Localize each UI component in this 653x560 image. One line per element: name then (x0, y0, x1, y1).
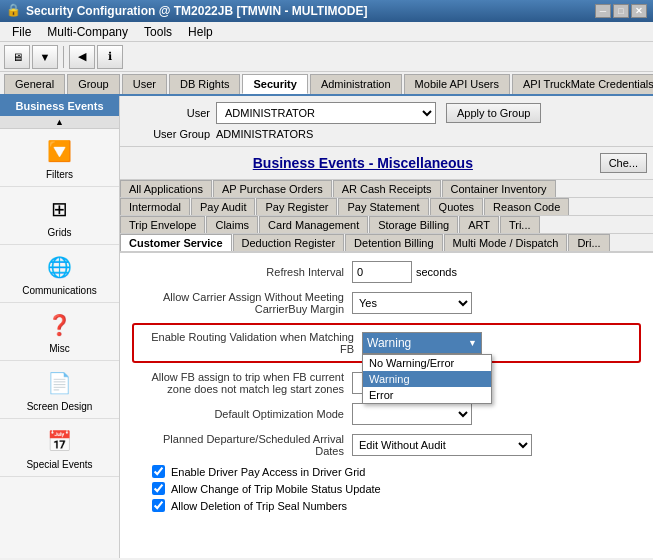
sidebar-item-screen-design[interactable]: 📄 Screen Design (0, 361, 119, 419)
tab-db-rights[interactable]: DB Rights (169, 74, 241, 94)
carrier-assign-row: Allow Carrier Assign Without Meeting Car… (132, 291, 641, 315)
sidebar-label-filters: Filters (46, 169, 73, 180)
checkbox-seal-numbers-label: Allow Deletion of Trip Seal Numbers (171, 500, 347, 512)
maximize-button[interactable]: □ (613, 4, 629, 18)
be-heading: Business Events - Miscellaneous Che... (120, 147, 653, 180)
subtab-ap-purchase-orders[interactable]: AP Purchase Orders (213, 180, 332, 197)
main-tabs: General Group User DB Rights Security Ad… (0, 72, 653, 96)
toolbar-back-btn[interactable]: ◀ (69, 45, 95, 69)
subtab-detention-billing[interactable]: Detention Billing (345, 234, 443, 251)
option-error[interactable]: Error (363, 387, 491, 403)
carrier-assign-select[interactable]: Yes No (352, 292, 472, 314)
dropdown-arrow-icon: ▼ (468, 338, 477, 348)
subtab-card-management[interactable]: Card Management (259, 216, 368, 233)
subtab-tri[interactable]: Tri... (500, 216, 540, 233)
subtab-deduction-register[interactable]: Deduction Register (233, 234, 345, 251)
sidebar-item-grids[interactable]: ⊞ Grids (0, 187, 119, 245)
sidebar-item-filters[interactable]: 🔽 Filters (0, 129, 119, 187)
check-button[interactable]: Che... (600, 153, 647, 173)
checkbox-row-2: Allow Change of Trip Mobile Status Updat… (132, 482, 641, 495)
option-no-warning[interactable]: No Warning/Error (363, 355, 491, 371)
toolbar-info-btn[interactable]: ℹ (97, 45, 123, 69)
subtab-storage-billing[interactable]: Storage Billing (369, 216, 458, 233)
sidebar-scroll-up[interactable]: ▲ (0, 116, 119, 129)
subtabs-row-2: Intermodal Pay Audit Pay Register Pay St… (120, 198, 653, 216)
option-warning[interactable]: Warning (363, 371, 491, 387)
sidebar-header: Business Events (0, 96, 119, 116)
sidebar-label-screen-design: Screen Design (27, 401, 93, 412)
subtab-container-inventory[interactable]: Container Inventory (442, 180, 556, 197)
subtab-art[interactable]: ART (459, 216, 499, 233)
tab-administration[interactable]: Administration (310, 74, 402, 94)
menu-tools[interactable]: Tools (136, 23, 180, 41)
refresh-unit: seconds (416, 266, 457, 278)
sidebar: Business Events ▲ 🔽 Filters ⊞ Grids 🌐 Co… (0, 96, 120, 558)
toolbar-dropdown-btn[interactable]: ▼ (32, 45, 58, 69)
checkbox-seal-numbers[interactable] (152, 499, 165, 512)
routing-validation-label: Enable Routing Validation when Matching … (142, 331, 362, 355)
tab-group[interactable]: Group (67, 74, 120, 94)
subtab-quotes[interactable]: Quotes (430, 198, 483, 215)
checkbox-trip-mobile[interactable] (152, 482, 165, 495)
subtab-multi-mode[interactable]: Multi Mode / Dispatch (444, 234, 568, 251)
apply-to-group-button[interactable]: Apply to Group (446, 103, 541, 123)
be-title: Business Events - Miscellaneous (126, 155, 600, 171)
subtab-intermodal[interactable]: Intermodal (120, 198, 190, 215)
close-button[interactable]: ✕ (631, 4, 647, 18)
subtab-pay-statement[interactable]: Pay Statement (338, 198, 428, 215)
subtab-customer-service[interactable]: Customer Service (120, 234, 232, 251)
checkbox-row-3: Allow Deletion of Trip Seal Numbers (132, 499, 641, 512)
user-label: User (130, 107, 210, 119)
subtab-pay-register[interactable]: Pay Register (256, 198, 337, 215)
sidebar-label-special-events: Special Events (26, 459, 92, 470)
subtab-ar-cash-receipts[interactable]: AR Cash Receipts (333, 180, 441, 197)
form-area: Refresh Interval seconds Allow Carrier A… (120, 253, 653, 558)
refresh-interval-row: Refresh Interval seconds (132, 261, 641, 283)
subtab-claims[interactable]: Claims (206, 216, 258, 233)
subtabs-section: All Applications AP Purchase Orders AR C… (120, 180, 653, 253)
default-opt-row: Default Optimization Mode (132, 403, 641, 425)
window-controls[interactable]: ─ □ ✕ (595, 4, 647, 18)
sidebar-item-communications[interactable]: 🌐 Communications (0, 245, 119, 303)
sidebar-item-special-events[interactable]: 📅 Special Events (0, 419, 119, 477)
minimize-button[interactable]: ─ (595, 4, 611, 18)
checkbox-driver-pay-label: Enable Driver Pay Access in Driver Grid (171, 466, 365, 478)
screen-design-icon: 📄 (44, 367, 76, 399)
toolbar-screen-btn[interactable]: 🖥 (4, 45, 30, 69)
subtab-pay-audit[interactable]: Pay Audit (191, 198, 255, 215)
tab-mobile-api[interactable]: Mobile API Users (404, 74, 510, 94)
default-opt-select[interactable] (352, 403, 472, 425)
planned-departure-label: Planned Departure/Scheduled Arrival Date… (132, 433, 352, 457)
misc-icon: ❓ (44, 309, 76, 341)
subtab-reason-code[interactable]: Reason Code (484, 198, 569, 215)
user-select[interactable]: ADMINISTRATOR (216, 102, 436, 124)
tab-general[interactable]: General (4, 74, 65, 94)
sidebar-label-communications: Communications (22, 285, 96, 296)
tab-security[interactable]: Security (242, 74, 307, 94)
tab-api-credentials[interactable]: API TruckMate Credentials (512, 74, 653, 94)
sidebar-item-misc[interactable]: ❓ Misc (0, 303, 119, 361)
user-group-row: User Group ADMINISTRATORS (130, 128, 643, 140)
sidebar-label-misc: Misc (49, 343, 70, 354)
subtabs-row-3: Trip Envelope Claims Card Management Sto… (120, 216, 653, 234)
refresh-interval-input[interactable] (352, 261, 412, 283)
checkbox-driver-pay[interactable] (152, 465, 165, 478)
tab-user[interactable]: User (122, 74, 167, 94)
checkbox-trip-mobile-label: Allow Change of Trip Mobile Status Updat… (171, 483, 381, 495)
menu-multi-company[interactable]: Multi-Company (39, 23, 136, 41)
planned-departure-select[interactable]: Edit Without Audit (352, 434, 532, 456)
default-opt-label: Default Optimization Mode (132, 408, 352, 420)
toolbar: 🖥 ▼ ◀ ℹ (0, 42, 653, 72)
subtab-dri[interactable]: Dri... (568, 234, 609, 251)
special-events-icon: 📅 (44, 425, 76, 457)
checkbox-row-1: Enable Driver Pay Access in Driver Grid (132, 465, 641, 478)
subtab-all-applications[interactable]: All Applications (120, 180, 212, 197)
menu-file[interactable]: File (4, 23, 39, 41)
menu-help[interactable]: Help (180, 23, 221, 41)
subtab-trip-envelope[interactable]: Trip Envelope (120, 216, 205, 233)
subtabs-row-4: Customer Service Deduction Register Dete… (120, 234, 653, 252)
routing-validation-selected[interactable]: Warning ▼ (362, 332, 482, 354)
user-group-section: User ADMINISTRATOR Apply to Group User G… (120, 96, 653, 147)
routing-validation-dropdown[interactable]: Warning ▼ No Warning/Error Warning Error (362, 332, 482, 354)
carrier-assign-label: Allow Carrier Assign Without Meeting Car… (132, 291, 352, 315)
